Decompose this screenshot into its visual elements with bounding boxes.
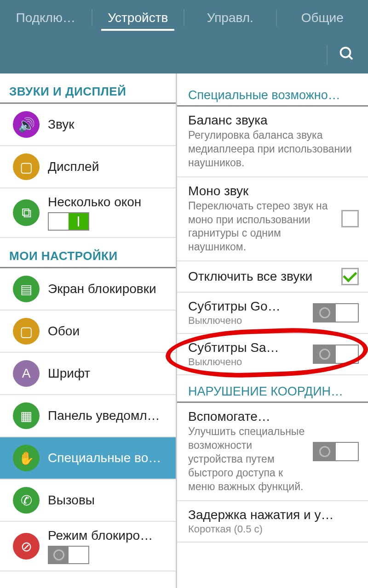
settings-item-desc: Переключать стерео звук на моно при испо… <box>188 199 335 254</box>
svg-line-1 <box>349 56 353 60</box>
notif-icon <box>13 402 40 429</box>
wall-icon <box>13 318 40 345</box>
switch[interactable] <box>313 442 359 461</box>
toggle[interactable] <box>48 546 89 564</box>
settings-item-subtitle: Выключено <box>188 315 306 327</box>
sidebar-item[interactable]: Несколько окон <box>0 188 176 238</box>
settings-item[interactable]: Задержка нажатия и у…Короткая (0.5 с) <box>177 501 368 543</box>
search-icon[interactable] <box>339 45 355 64</box>
left-panel: ЗВУКИ И ДИСПЛЕЙЗвукДисплейНесколько окон… <box>0 74 177 588</box>
sidebar-item[interactable]: Шрифт <box>0 353 176 395</box>
sidebar-item-label: Экран блокировки <box>48 282 168 296</box>
tab-bar: Подклю… Устройств Управл. Общие <box>0 0 368 36</box>
sidebar-item-label: Звук <box>48 117 168 132</box>
dexterity-heading: НАРУШЕНИЕ КООРДИН… <box>177 375 368 401</box>
sidebar-item-label: Несколько окон <box>48 195 168 209</box>
settings-item-title: Субтитры Sa… <box>188 340 306 355</box>
settings-item-desc: Регулировка баланса звука медиаплеера пр… <box>188 129 359 170</box>
settings-item[interactable]: Моно звукПереключать стерео звук на моно… <box>177 177 368 262</box>
sound-icon <box>13 111 40 138</box>
display-icon <box>13 153 40 180</box>
settings-item-desc: Улучшить специальные возможности устройс… <box>188 425 306 493</box>
settings-item-subtitle: Короткая (0.5 с) <box>188 523 359 535</box>
checkbox[interactable] <box>341 210 359 227</box>
settings-item-title: Баланс звука <box>188 113 359 128</box>
sidebar-item[interactable]: Звук <box>0 104 176 146</box>
settings-item-title: Отключить все звуки <box>188 269 335 284</box>
lock-icon <box>13 276 40 302</box>
sidebar-item[interactable]: Панель уведомл… <box>0 395 176 437</box>
separator <box>327 45 328 65</box>
settings-item[interactable]: Баланс звукаРегулировка баланса звука ме… <box>177 107 368 177</box>
sidebar-item-label: Обои <box>48 324 168 339</box>
toggle[interactable] <box>48 212 89 231</box>
section-title: МОИ НАСТРОЙКИ <box>0 238 176 267</box>
sidebar-item[interactable]: Вызовы <box>0 480 176 522</box>
multi-icon <box>13 199 40 226</box>
sidebar-item-label: Панель уведомл… <box>48 408 168 423</box>
settings-item-subtitle: Выключено <box>188 356 306 368</box>
tab-device[interactable]: Устройств <box>92 0 184 35</box>
sidebar-item[interactable]: Специальные во… <box>0 437 176 480</box>
right-panel: Специальные возможно…Баланс звукаРегулир… <box>177 74 368 588</box>
tab-connections[interactable]: Подклю… <box>0 0 92 35</box>
sidebar-item[interactable]: Режим блокиро… <box>0 522 176 571</box>
settings-item[interactable]: Отключить все звуки <box>177 261 368 293</box>
sidebar-item[interactable]: Обои <box>0 311 176 353</box>
block-icon <box>13 533 40 560</box>
section-title: ЗВУКИ И ДИСПЛЕЙ <box>0 74 176 102</box>
settings-item-title: Задержка нажатия и у… <box>188 508 359 522</box>
sidebar-item[interactable]: Дисплей <box>0 146 176 188</box>
tab-controls[interactable]: Управл. <box>184 0 276 35</box>
settings-item-title: Субтитры Go… <box>188 299 306 314</box>
switch[interactable] <box>313 303 359 322</box>
sidebar-item-label: Режим блокиро… <box>48 528 168 543</box>
sidebar-item-label: Специальные во… <box>48 451 168 465</box>
tab-general[interactable]: Общие <box>277 0 368 35</box>
call-icon <box>13 487 40 514</box>
sidebar-item-label: Шрифт <box>48 366 168 381</box>
settings-item[interactable]: Вспомогате…Улучшить специальные возможно… <box>177 403 368 501</box>
settings-item[interactable]: Субтитры Sa…Выключено <box>177 334 368 375</box>
access-icon <box>13 445 40 471</box>
content: ЗВУКИ И ДИСПЛЕЙЗвукДисплейНесколько окон… <box>0 74 368 588</box>
sidebar-item[interactable]: Экран блокировки <box>0 268 176 311</box>
switch[interactable] <box>313 345 359 364</box>
search-bar <box>0 36 368 74</box>
sidebar-item-label: Дисплей <box>48 159 168 174</box>
header: Подклю… Устройств Управл. Общие <box>0 0 368 74</box>
font-icon <box>13 360 40 387</box>
sidebar-item-label: Вызовы <box>48 493 168 508</box>
settings-item-title: Моно звук <box>188 184 335 198</box>
checkbox[interactable] <box>341 268 359 285</box>
svg-point-0 <box>341 48 351 57</box>
settings-item-title: Вспомогате… <box>188 409 306 424</box>
settings-item[interactable]: Субтитры Go…Выключено <box>177 293 368 334</box>
accessibility-heading: Специальные возможно… <box>177 79 368 105</box>
